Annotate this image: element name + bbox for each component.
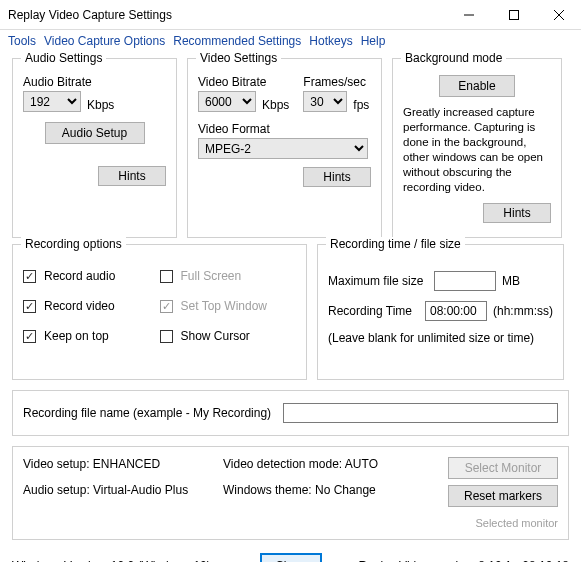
show-cursor-label: Show Cursor [181, 329, 250, 343]
keep-on-top-checkbox[interactable] [23, 330, 36, 343]
kbps-label: Kbps [87, 98, 114, 112]
reset-markers-button[interactable]: Reset markers [448, 485, 558, 507]
footer: Windows Version: 10.0 (Windows 10) Close… [0, 546, 581, 562]
video-bitrate-label: Video Bitrate [198, 75, 289, 89]
fps-select[interactable]: 30 [303, 91, 347, 112]
audio-settings-title: Audio Settings [21, 51, 106, 65]
fps-label: Frames/sec [303, 75, 369, 89]
show-cursor-checkbox[interactable] [160, 330, 173, 343]
menubar: Tools Video Capture Options Recommended … [0, 30, 581, 52]
background-mode-group: Background mode Enable Greatly increased… [392, 58, 562, 238]
audio-settings-group: Audio Settings Audio Bitrate 192 Kbps Au… [12, 58, 177, 238]
select-monitor-button: Select Monitor [448, 457, 558, 479]
max-file-size-input[interactable] [434, 271, 496, 291]
audio-setup-text: Audio setup: Virtual-Audio Plus [23, 483, 223, 497]
menu-help[interactable]: Help [361, 34, 386, 48]
background-mode-title: Background mode [401, 51, 506, 65]
hhmmss-label: (hh:mm:ss) [493, 304, 553, 318]
audio-setup-button[interactable]: Audio Setup [45, 122, 145, 144]
detection-mode-text: Video detection mode: AUTO [223, 457, 403, 471]
set-top-window-label: Set Top Window [181, 299, 268, 313]
window-title: Replay Video Capture Settings [0, 8, 446, 22]
titlebar: Replay Video Capture Settings [0, 0, 581, 30]
audio-bitrate-select[interactable]: 192 [23, 91, 81, 112]
svg-rect-1 [509, 10, 518, 19]
windows-theme-text: Windows theme: No Change [223, 483, 403, 497]
menu-video-capture-options[interactable]: Video Capture Options [44, 34, 165, 48]
kbps-label-v: Kbps [262, 98, 289, 112]
full-screen-label: Full Screen [181, 269, 242, 283]
audio-hints-button[interactable]: Hints [98, 166, 166, 186]
set-top-window-checkbox [160, 300, 173, 313]
filename-label: Recording file name (example - My Record… [23, 406, 271, 420]
video-bitrate-select[interactable]: 6000 [198, 91, 256, 112]
record-video-label: Record video [44, 299, 115, 313]
full-screen-checkbox[interactable] [160, 270, 173, 283]
recording-time-label: Recording Time [328, 304, 419, 318]
minimize-button[interactable] [446, 0, 491, 29]
video-format-label: Video Format [198, 122, 371, 136]
video-hints-button[interactable]: Hints [303, 167, 371, 187]
fps-unit: fps [353, 98, 369, 112]
audio-bitrate-label: Audio Bitrate [23, 75, 166, 89]
menu-hotkeys[interactable]: Hotkeys [309, 34, 352, 48]
max-file-size-label: Maximum file size [328, 274, 428, 288]
record-audio-label: Record audio [44, 269, 115, 283]
close-button[interactable] [536, 0, 581, 29]
maximize-button[interactable] [491, 0, 536, 29]
video-setup-text: Video setup: ENHANCED [23, 457, 223, 471]
filename-group: Recording file name (example - My Record… [12, 390, 569, 436]
setup-group: Video setup: ENHANCED Audio setup: Virtu… [12, 446, 569, 540]
video-format-select[interactable]: MPEG-2 [198, 138, 368, 159]
menu-tools[interactable]: Tools [8, 34, 36, 48]
record-audio-checkbox[interactable] [23, 270, 36, 283]
filename-input[interactable] [283, 403, 558, 423]
recording-time-note: (Leave blank for unlimited size or time) [328, 331, 553, 345]
mb-label: MB [502, 274, 520, 288]
close-dialog-button[interactable]: Close [261, 554, 321, 562]
recording-time-group: Recording time / file size Maximum file … [317, 244, 564, 380]
video-settings-title: Video Settings [196, 51, 281, 65]
video-settings-group: Video Settings Video Bitrate 6000 Kbps F… [187, 58, 382, 238]
recording-options-title: Recording options [21, 237, 126, 251]
background-mode-desc: Greatly increased capture performance. C… [403, 105, 551, 195]
recording-time-input[interactable] [425, 301, 487, 321]
record-video-checkbox[interactable] [23, 300, 36, 313]
recording-time-title: Recording time / file size [326, 237, 465, 251]
selected-monitor-text: Selected monitor [475, 517, 558, 529]
recording-options-group: Recording options Record audio Full Scre… [12, 244, 307, 380]
menu-recommended-settings[interactable]: Recommended Settings [173, 34, 301, 48]
enable-background-button[interactable]: Enable [439, 75, 515, 97]
keep-on-top-label: Keep on top [44, 329, 109, 343]
bg-hints-button[interactable]: Hints [483, 203, 551, 223]
